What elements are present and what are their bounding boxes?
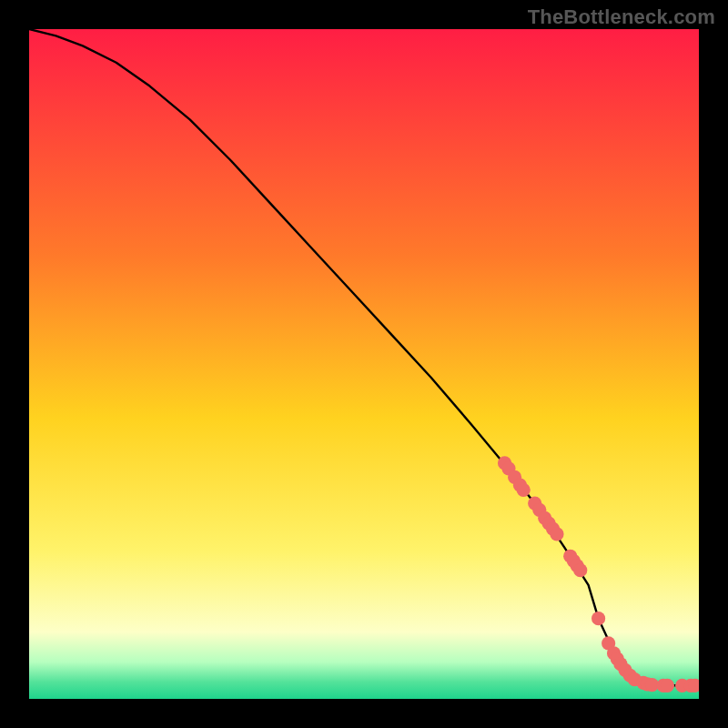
scatter-dot — [592, 612, 605, 625]
scatter-dot — [550, 527, 563, 541]
scatter-dot — [661, 679, 674, 693]
plot-area — [29, 29, 699, 699]
gradient-panel — [29, 29, 699, 699]
attribution-text: TheBottleneck.com — [528, 5, 715, 29]
chart-svg — [29, 29, 699, 699]
scatter-dot — [517, 483, 531, 497]
chart-frame: TheBottleneck.com — [0, 0, 728, 728]
scatter-dot — [573, 563, 587, 577]
